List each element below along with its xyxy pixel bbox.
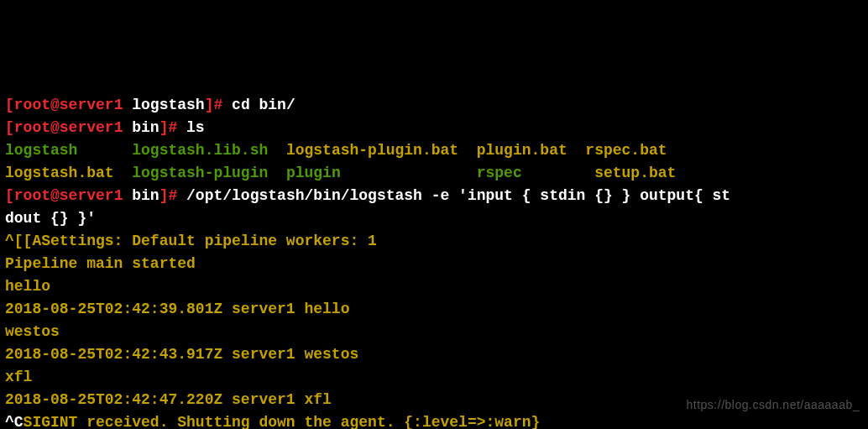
ls-entry-executable: logstash-plugin <box>132 165 268 181</box>
prompt-end: ]# <box>159 119 186 136</box>
output-line: xfl <box>5 369 32 385</box>
output-line: westos <box>5 323 60 340</box>
prompt-userhost: root@server1 <box>14 119 123 136</box>
prompt-bracket: [ <box>5 187 14 204</box>
ls-entry-executable: logstash <box>5 142 77 159</box>
output-line: hello <box>5 278 50 295</box>
output-line: ^[[ASettings: Default pipeline workers: … <box>5 233 377 249</box>
ls-entry-file: rspec.bat <box>585 142 667 159</box>
prompt-userhost: root@server1 <box>14 97 123 113</box>
ls-entry-executable: logstash.lib.sh <box>132 142 268 159</box>
terminal-output: [root@server1 logstash]# cd bin/ [root@s… <box>5 94 863 429</box>
prompt-dir: bin <box>132 187 159 204</box>
prompt-sep <box>123 97 132 113</box>
prompt-bracket: [ <box>5 97 14 113</box>
prompt-sep <box>123 187 132 204</box>
prompt-dir: logstash <box>132 97 204 113</box>
ls-entry-file: plugin.bat <box>477 142 567 159</box>
command-text[interactable]: dout {} }' <box>5 210 96 227</box>
command-text[interactable]: /opt/logstash/bin/logstash -e 'input { s… <box>186 187 730 204</box>
prompt-end: ]# <box>205 97 232 113</box>
ls-entry-executable: rspec <box>477 165 522 181</box>
output-line: 2018-08-25T02:42:47.220Z server1 xfl <box>5 391 332 408</box>
output-line: 2018-08-25T02:42:43.917Z server1 westos <box>5 346 358 363</box>
ls-entry-executable: plugin <box>286 165 341 181</box>
ls-entry-file: logstash-plugin.bat <box>286 142 458 159</box>
prompt-dir: bin <box>132 119 159 136</box>
ls-entry-file: setup.bat <box>594 165 676 181</box>
watermark-text: https://blog.csdn.net/aaaaaab_ <box>687 396 860 414</box>
command-text[interactable]: ls <box>186 119 205 136</box>
output-line: Pipeline main started <box>5 255 196 272</box>
prompt-sep <box>123 119 132 136</box>
prompt-bracket: [ <box>5 119 14 136</box>
prompt-userhost: root@server1 <box>14 187 123 204</box>
prompt-end: ]# <box>159 187 186 204</box>
sigint-marker: ^C <box>5 414 24 429</box>
ls-entry-file: logstash.bat <box>5 165 114 181</box>
output-line: 2018-08-25T02:42:39.801Z server1 hello <box>5 301 349 317</box>
output-line: SIGINT received. Shutting down the agent… <box>24 414 541 429</box>
command-text[interactable]: cd bin/ <box>232 97 295 113</box>
